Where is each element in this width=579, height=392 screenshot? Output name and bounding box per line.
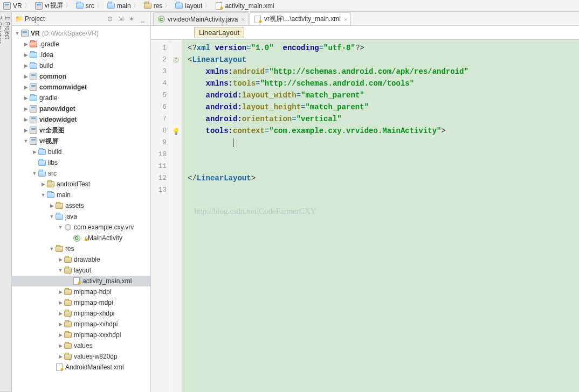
tree-node[interactable]: ▶.gradle [12, 39, 150, 50]
tree-node[interactable]: ▶vr全景图 [12, 125, 150, 136]
expand-arrow-icon[interactable]: ▼ [14, 31, 20, 36]
tree-node[interactable]: ▶videowidget [12, 114, 150, 125]
code-editor[interactable]: 12345678910111213 Ⓒ 💡 <?xml version="1.0… [151, 40, 579, 392]
tree-arrow-icon[interactable]: ▶ [57, 257, 64, 262]
tree-arrow-icon[interactable]: ▶ [57, 321, 64, 327]
tree-node[interactable]: activity_main.xml [12, 276, 150, 286]
tree-node[interactable]: ▼main [12, 190, 150, 200]
left-strip-tab[interactable]: 7: Structure [0, 12, 3, 392]
tree-node-label: values [74, 342, 93, 349]
tree-node[interactable]: ▶gradle [12, 93, 150, 103]
tree-node[interactable]: ▶.idea [12, 50, 150, 60]
tree-arrow-icon[interactable]: ▶ [57, 343, 64, 348]
gutter-icons: Ⓒ 💡 [170, 40, 182, 392]
tree-node[interactable]: ▼layout [12, 265, 150, 276]
tree-arrow-icon[interactable]: ▼ [49, 246, 55, 251]
tree-arrow-icon[interactable]: ▼ [40, 192, 46, 198]
tree-arrow-icon[interactable]: ▶ [23, 63, 29, 68]
breadcrumb-item[interactable]: vr视屏 [34, 1, 75, 11]
tree-node-label: src [48, 170, 57, 177]
tree-node[interactable]: CMainActivity [12, 233, 150, 243]
tree-arrow-icon[interactable]: ▶ [31, 149, 38, 155]
tree-arrow-icon[interactable]: ▶ [57, 300, 64, 305]
project-tree[interactable]: ▼ VR (D:\WorkSpace\VR) ▶.gradle▶.idea▶bu… [12, 26, 150, 392]
layout-tag-button[interactable]: LinearLayout [194, 27, 244, 38]
hide-icon[interactable]: ⎯ [137, 14, 147, 24]
tree-node[interactable]: ▼res [12, 243, 150, 254]
tree-node-label: res [65, 245, 74, 253]
tree-node[interactable]: ▶values [12, 340, 150, 351]
tree-node[interactable]: libs [12, 157, 150, 168]
breadcrumb-label: activity_main.xml [225, 2, 274, 10]
tree-node-label: build [48, 148, 61, 156]
tree-arrow-icon[interactable]: ▶ [23, 95, 29, 101]
mod-icon [29, 127, 38, 134]
tree-node-label: drawable [74, 256, 100, 263]
close-icon[interactable]: × [242, 16, 245, 23]
close-icon[interactable]: × [344, 16, 347, 23]
editor-tab[interactable]: vr视屏\...\activity_main.xml× [250, 12, 351, 25]
tree-node[interactable]: ▶mipmap-xxhdpi [12, 319, 150, 330]
tree-root[interactable]: ▼ VR (D:\WorkSpace\VR) [12, 28, 150, 39]
tree-node[interactable]: ▶mipmap-mdpi [12, 297, 150, 308]
tree-node[interactable]: AndroidManifest.xml [12, 362, 150, 373]
tree-node[interactable]: ▼java [12, 211, 150, 222]
breadcrumb-item[interactable]: layout [174, 1, 214, 11]
mod-icon [29, 73, 38, 80]
lightbulb-icon[interactable]: 💡 [172, 128, 180, 136]
expand-icon[interactable]: ⇲ [116, 14, 126, 24]
tree-node[interactable]: ▶assets [12, 200, 150, 211]
folder-blue-icon [38, 159, 46, 166]
tree-node[interactable]: ▼src [12, 168, 150, 179]
tree-node[interactable]: ▶androidTest [12, 179, 150, 190]
collapse-icon[interactable]: ⊙ [105, 14, 115, 24]
code-content[interactable]: <?xml version="1.0" encoding="utf-8"?> <… [182, 40, 579, 392]
tree-arrow-icon[interactable]: ▶ [23, 74, 29, 79]
tree-node[interactable]: ▶drawable [12, 254, 150, 265]
tree-arrow-icon[interactable]: ▼ [31, 171, 38, 176]
tree-arrow-icon[interactable]: ▶ [23, 128, 29, 133]
left-strip-tab[interactable]: 1: Project [3, 12, 11, 392]
tree-arrow-icon[interactable]: ▶ [23, 117, 29, 122]
editor-tab[interactable]: Cvrvideo\MainActivity.java× [153, 12, 249, 25]
tree-node[interactable]: ▶panowidget [12, 103, 150, 114]
tree-node[interactable]: ▼vr视屏 [12, 136, 150, 146]
tree-arrow-icon[interactable]: ▶ [23, 52, 29, 58]
editor-tab-bar: Cvrvideo\MainActivity.java×vr视屏\...\acti… [151, 12, 579, 26]
tree-node[interactable]: ▶values-w820dp [12, 351, 150, 362]
breadcrumb-item[interactable]: main [106, 1, 143, 11]
tree-node[interactable]: ▶mipmap-hdpi [12, 286, 150, 297]
tree-node-label: java [65, 213, 77, 220]
tree-node[interactable]: ▶build [12, 146, 150, 157]
tree-arrow-icon[interactable]: ▶ [40, 181, 46, 187]
settings-icon[interactable]: ✶ [127, 14, 136, 24]
tree-arrow-icon[interactable]: ▶ [57, 289, 64, 295]
tree-node[interactable]: ▶build [12, 60, 150, 71]
tree-node[interactable]: ▶mipmap-xxxhdpi [12, 330, 150, 340]
tree-node[interactable]: ▶commonwidget [12, 82, 150, 93]
tree-arrow-icon[interactable]: ▶ [23, 106, 29, 111]
tree-arrow-icon[interactable]: ▶ [57, 311, 64, 316]
tree-node[interactable]: ▶mipmap-xhdpi [12, 308, 150, 319]
tree-node-label: mipmap-xxxhdpi [74, 331, 121, 339]
tree-node[interactable]: ▶common [12, 71, 150, 82]
tree-node-label: mipmap-xxhdpi [74, 320, 118, 328]
line-gutter: 12345678910111213 [151, 40, 170, 392]
tree-node[interactable]: ▼com.example.cxy.vrv [12, 222, 150, 233]
tree-arrow-icon[interactable]: ▼ [23, 138, 29, 144]
breadcrumb-item[interactable]: activity_main.xml [214, 1, 279, 11]
tree-arrow-icon[interactable]: ▶ [23, 41, 29, 47]
project-panel-header: 📁 Project ⊙ ⇲ ✶ ⎯ [12, 12, 150, 26]
tree-arrow-icon[interactable]: ▼ [49, 214, 55, 219]
tree-arrow-icon[interactable]: ▶ [57, 354, 64, 359]
tree-arrow-icon[interactable]: ▶ [57, 332, 64, 338]
tree-arrow-icon[interactable]: ▶ [49, 203, 55, 208]
breadcrumb-item[interactable]: res [143, 1, 175, 11]
breadcrumb-item[interactable]: src [75, 1, 106, 11]
tree-arrow-icon[interactable]: ▼ [57, 225, 64, 230]
breadcrumb-item[interactable]: VR [2, 1, 34, 11]
tree-arrow-icon[interactable]: ▶ [23, 85, 29, 90]
gutter-row: Ⓒ [170, 54, 182, 66]
folder-tan-icon [55, 245, 64, 253]
tree-arrow-icon[interactable]: ▼ [57, 268, 64, 273]
